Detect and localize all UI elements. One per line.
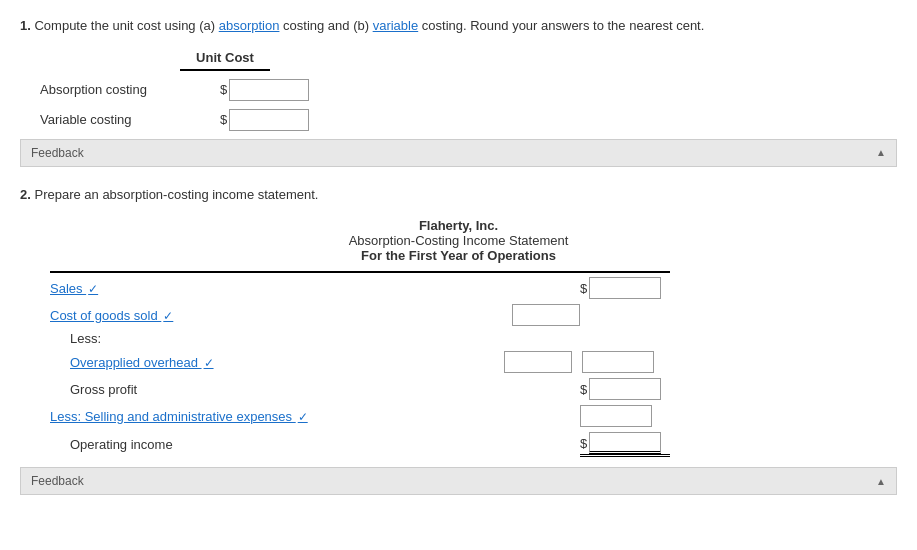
cogs-check: ✓: [163, 309, 173, 323]
variable-dollar-sign: $: [220, 112, 227, 127]
absorption-keyword: absorption: [219, 18, 280, 33]
part2-feedback-label: Feedback: [31, 474, 84, 488]
selling-admin-check: ✓: [298, 410, 308, 424]
part2-feedback-bar: Feedback ▲: [20, 467, 897, 495]
sales-dollar: $: [580, 281, 587, 296]
part2-feedback-arrow[interactable]: ▲: [876, 476, 886, 487]
overapplied-label[interactable]: Overapplied overhead ✓: [50, 355, 492, 370]
operating-income-row: Operating income $: [50, 432, 670, 457]
sales-check: ✓: [88, 282, 98, 296]
gross-profit-input[interactable]: [589, 378, 661, 400]
part1-feedback-arrow[interactable]: ▲: [876, 147, 886, 158]
variable-keyword: variable: [373, 18, 419, 33]
sales-label[interactable]: Sales ✓: [50, 281, 492, 296]
operating-income-dollar: $: [580, 436, 587, 451]
company-name: Flaherty, Inc.: [20, 218, 897, 233]
part1-section: 1. Compute the unit cost using (a) absor…: [20, 16, 897, 167]
overapplied-row: Overapplied overhead ✓: [50, 351, 670, 373]
part1-feedback-label: Feedback: [31, 146, 84, 160]
cogs-row: Cost of goods sold ✓: [50, 304, 670, 326]
part2-section: 2. Prepare an absorption-costing income …: [20, 185, 897, 496]
sales-row: Sales ✓ $: [50, 277, 670, 299]
cogs-label[interactable]: Cost of goods sold ✓: [50, 308, 500, 323]
overapplied-col-inner: [492, 351, 572, 373]
sales-col-outer: $: [580, 277, 670, 299]
less-label-row: Less:: [50, 331, 670, 346]
absorption-dollar-sign: $: [220, 82, 227, 97]
overapplied-input-inner[interactable]: [504, 351, 572, 373]
sales-input[interactable]: [589, 277, 661, 299]
gross-profit-col-outer: $: [580, 378, 670, 400]
absorption-costing-row: Absorption costing $: [40, 79, 897, 101]
income-statement-header: Flaherty, Inc. Absorption-Costing Income…: [20, 218, 897, 263]
unit-cost-table: Unit Cost: [180, 50, 897, 71]
gross-profit-dollar: $: [580, 382, 587, 397]
gross-profit-row: Gross profit $: [50, 378, 670, 400]
stmt-title: Absorption-Costing Income Statement: [20, 233, 897, 248]
cogs-col-inner: [500, 304, 580, 326]
selling-admin-row: Less: Selling and administrative expense…: [50, 405, 670, 427]
operating-income-label: Operating income: [50, 437, 492, 452]
stmt-period: For the First Year of Operations: [20, 248, 897, 263]
variable-costing-input[interactable]: [229, 109, 309, 131]
unit-cost-column-header: Unit Cost: [180, 50, 270, 70]
part1-question: 1. Compute the unit cost using (a) absor…: [20, 16, 897, 36]
part1-feedback-bar: Feedback ▲: [20, 139, 897, 167]
operating-income-input[interactable]: [589, 432, 661, 454]
variable-costing-row: Variable costing $: [40, 109, 897, 131]
selling-admin-col-outer: [580, 405, 670, 427]
operating-income-col-outer: $: [580, 432, 670, 457]
absorption-costing-label: Absorption costing: [40, 82, 220, 97]
variable-costing-label: Variable costing: [40, 112, 220, 127]
overapplied-input-outer[interactable]: [582, 351, 654, 373]
cogs-input[interactable]: [512, 304, 580, 326]
absorption-costing-input[interactable]: [229, 79, 309, 101]
header-divider: [50, 271, 670, 273]
gross-profit-label: Gross profit: [50, 382, 492, 397]
selling-admin-label[interactable]: Less: Selling and administrative expense…: [50, 409, 492, 424]
overapplied-col-outer: [580, 351, 670, 373]
less-label: Less:: [50, 331, 670, 346]
overapplied-check: ✓: [204, 356, 214, 370]
income-statement-table: Sales ✓ $ Cost of goods sold ✓ Less: Ove…: [50, 271, 670, 457]
part2-question: 2. Prepare an absorption-costing income …: [20, 185, 897, 205]
selling-admin-input[interactable]: [580, 405, 652, 427]
